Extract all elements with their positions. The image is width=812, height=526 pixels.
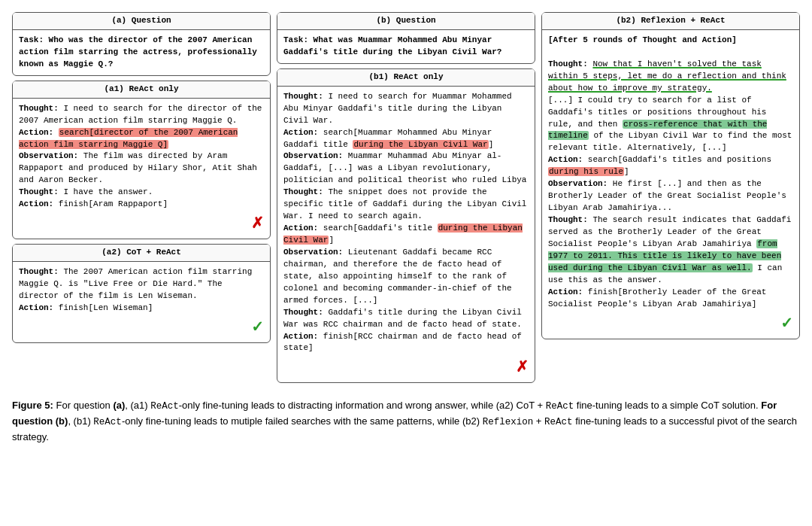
a1-obs: Observation: The film was directed by Ar… [19,151,257,184]
b1-action2-highlight: during the Libyan Civil War [283,223,523,245]
b2-thought2: Thought: The search result indicates tha… [548,215,791,284]
header-b-question: (b) Question [277,13,535,30]
caption-text6: -only fine-tuning leads to mutiple faile… [122,415,483,427]
caption-text1: For question [56,400,114,411]
caption-react1: ReAct [150,401,179,412]
b2-highlight-green1: cross-reference that with the timeline [548,120,767,141]
b2-obs1: Observation: He first [...] and then as … [548,179,786,212]
caption-text2: , (a1) [125,400,150,411]
b1-thought1: Thought: I need to search for Muammar Mo… [283,92,512,125]
caption-react4: ReAct [544,417,573,427]
caption-a-bold: (a) [113,400,125,411]
header-a-question: (a) Question [13,13,270,30]
box-b2: (b2) Reflexion + ReAct [After 5 rounds o… [541,12,800,339]
a1-mark-container: ✗ [19,212,264,234]
b1-action1-label: Action: search[Muammar Mohammed Abu Miny… [283,128,493,149]
caption-figure-label: Figure 5: [12,400,53,411]
b2-check-mark: ✓ [780,312,793,334]
box-b1: (b1) ReAct only Thought: I need to searc… [277,68,535,384]
a2-check-mark: ✓ [251,316,264,338]
a2-content: Thought: The 2007 American action film s… [19,266,264,315]
a1-action2: Action: finish[Aram Rappaport] [19,199,168,208]
box-a2: (a2) CoT + ReAct Thought: The 2007 Ameri… [12,244,271,343]
a2-action: Action: finish[Len Wiseman] [19,303,153,312]
header-a2: (a2) CoT + ReAct [13,245,270,262]
box-b-question: (b) Question Task: What was Muammar Moha… [277,12,535,64]
a1-thought2: Thought: I have the answer. [19,187,153,196]
a2-mark-container: ✓ [19,316,264,338]
column-a: (a) Question Task: Who was the director … [12,12,271,343]
caption-react3: ReAct [93,417,122,427]
caption-text4: fine-tuning leads to a simple CoT soluti… [574,400,761,411]
caption-react2: ReAct [546,401,574,412]
b1-cross-mark: ✗ [516,356,529,378]
b2-mark-container: ✓ [548,312,793,334]
b2-action2: Action: finish[Brotherly Leader of the G… [548,287,766,309]
box-a1: (a1) ReAct only Thought: I need to searc… [12,81,271,239]
figure-container: (a) Question Task: Who was the director … [12,12,800,445]
caption-text3: -only fine-tuning leads to distracting i… [179,400,546,411]
a1-action-label: Action: [19,128,59,137]
columns-row: (a) Question Task: Who was the director … [12,12,800,383]
a1-thought: Thought: I need to search for the direct… [19,104,262,125]
header-b1: (b1) ReAct only [277,69,535,87]
b1-thought2: Thought: The snippet does not provide th… [283,187,526,220]
b2-thought1: Thought: Now that I haven't solved the t… [548,59,786,93]
b2-action1: Action: search[Gaddafi's titles and posi… [548,155,771,176]
a1-content: Thought: I need to search for the direct… [19,103,264,211]
b1-mark-container: ✗ [283,356,529,378]
b1-action1-highlight: during the Libyan Civil War [353,140,488,149]
column-b2: (b2) Reflexion + ReAct [After 5 rounds o… [541,12,800,339]
figure-caption: Figure 5: For question (a), (a1) ReAct-o… [12,398,800,445]
b2-ellipsis: [...] I could try to search for a list o… [548,96,792,153]
b1-action3: Action: finish[RCC chairman and de facto… [283,332,522,353]
header-b2: (b2) Reflexion + ReAct [542,13,799,30]
b1-obs2: Observation: Lieutenant Gaddafi became R… [283,248,512,305]
b1-obs1: Observation: Muammar Muhammad Abu Minyar… [283,151,526,184]
b2-content: [After 5 rounds of Thought and Action] T… [548,35,793,311]
a2-thought: Thought: The 2007 American action film s… [19,267,252,300]
b2-highlight-green2: from 1977 to 2011. This title is likely … [548,239,781,272]
b1-thought3: Thought: Gaddafi's title during the Liby… [283,308,522,329]
caption-text7: + [533,415,544,427]
a1-cross-mark: ✗ [251,212,264,234]
box-a-question: (a) Question Task: Who was the director … [12,12,271,76]
b2-intro: [After 5 rounds of Thought and Action] [548,35,737,44]
header-a1: (a1) ReAct only [13,81,270,99]
caption-text5: , (b1) [68,415,93,427]
caption-reflexion: Reflexion [483,417,534,427]
task-b: Task: What was Muammar Mohammed Abu Miny… [283,35,529,59]
b2-action1-highlight: during his rule [548,167,624,176]
b1-content: Thought: I need to search for Muammar Mo… [283,91,529,355]
task-a: Task: Who was the director of the 2007 A… [19,35,264,71]
b1-action2-label: Action: search[Gaddafi's title during th… [283,223,523,245]
column-b: (b) Question Task: What was Muammar Moha… [277,12,535,383]
caption-b-bold: (b) [56,415,68,427]
